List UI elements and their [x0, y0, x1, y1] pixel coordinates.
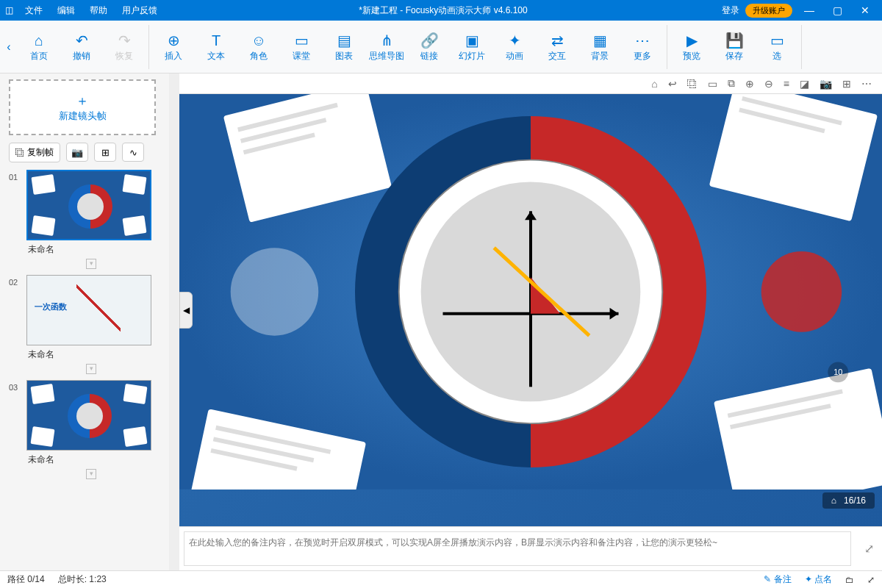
menu-feedback[interactable]: 用户反馈	[115, 4, 165, 17]
slide-number: 02	[9, 275, 22, 374]
toolbar: ‹ ⌂首页 ↶撤销 ↷恢复 ⊕插入 T文本 ☺角色 ▭课堂 ▤图表 ⋔思维导图 …	[0, 21, 882, 74]
chart-button[interactable]: ▤图表	[323, 25, 365, 69]
anim-button[interactable]: ✦动画	[493, 25, 536, 69]
canvas-zoomout-icon[interactable]: ⊖	[764, 78, 773, 90]
camera-button[interactable]: 📷	[66, 143, 88, 162]
slide-marker-icon: ▾	[86, 259, 96, 269]
bg-icon: ▦	[593, 31, 607, 50]
nav-count: 16/16	[844, 495, 866, 506]
menu-file[interactable]: 文件	[18, 4, 50, 17]
status-folder-icon[interactable]: 🗀	[845, 575, 854, 585]
status-expand-icon[interactable]: ⤢	[867, 575, 875, 585]
status-name-button[interactable]: ✦ 点名	[805, 573, 832, 586]
canvas-home-icon[interactable]: ⌂	[651, 78, 657, 90]
slide-number: 03	[9, 380, 22, 479]
app-logo-icon: ◫	[0, 5, 18, 15]
canvas-layer-icon[interactable]: ◪	[800, 78, 809, 90]
slide-thumbnail[interactable]: 一次函数	[26, 275, 151, 345]
preview-button[interactable]: ▶预览	[670, 25, 713, 69]
nav-home-icon[interactable]: ⌂	[831, 495, 836, 506]
canvas[interactable]: ◀	[179, 94, 882, 526]
text-button[interactable]: T文本	[195, 25, 237, 69]
redo-button[interactable]: ↷恢复	[103, 25, 146, 69]
save-button[interactable]: 💾保存	[713, 25, 756, 69]
menu-edit[interactable]: 编辑	[50, 4, 82, 17]
expand-icon: ⤢	[864, 542, 874, 556]
insert-button[interactable]: ⊕插入	[152, 25, 195, 69]
interact-button[interactable]: ⇄交互	[536, 25, 578, 69]
minimize-icon[interactable]: —	[798, 4, 820, 16]
copy-frame-button[interactable]: ⿻ 复制帧	[9, 143, 60, 162]
notes-input[interactable]	[184, 531, 851, 566]
play-icon: ▶	[686, 31, 698, 50]
canvas-back-icon[interactable]: ↩	[668, 78, 677, 90]
camera-icon: 📷	[71, 147, 83, 158]
slide-item[interactable]: 03 未命名 ▾	[9, 380, 156, 479]
undo-button[interactable]: ↶撤销	[60, 25, 103, 69]
canvas-paste-icon[interactable]: ▭	[708, 78, 717, 90]
canvas-grid-icon[interactable]: ⊞	[842, 78, 851, 90]
notes-expand-button[interactable]: ⤢	[856, 527, 882, 570]
status-bar: 路径 0/14 总时长: 1:23 ✎ 备注 ✦ 点名 🗀 ⤢	[0, 570, 882, 588]
background-button[interactable]: ▦背景	[578, 25, 621, 69]
slide-marker-icon: ▾	[86, 364, 96, 374]
collapse-sidebar-button[interactable]: ◀	[179, 292, 193, 329]
slide-item[interactable]: 02 一次函数 未命名 ▾	[9, 275, 156, 374]
close-icon[interactable]: ✕	[854, 4, 876, 16]
flow-icon: ∿	[129, 147, 137, 158]
link-button[interactable]: 🔗链接	[408, 25, 451, 69]
titlebar: ◫ 文件 编辑 帮助 用户反馈 *新建工程 - Focusky动画演示大师 v4…	[0, 0, 882, 21]
slide-icon: ▣	[465, 31, 479, 50]
menu-help[interactable]: 帮助	[82, 4, 115, 17]
slide-panel: ＋ 新建镜头帧 ⿻ 复制帧 📷 ⊞ ∿ 01	[0, 74, 169, 570]
more-button[interactable]: ⋯更多	[621, 25, 664, 69]
thumb-title: 一次函数	[35, 301, 67, 312]
slide-name: 未命名	[26, 348, 156, 361]
chart-icon: ▤	[337, 31, 351, 50]
role-button[interactable]: ☺角色	[237, 25, 280, 69]
slide-name: 未命名	[26, 243, 156, 256]
status-path: 路径 0/14	[7, 573, 45, 586]
canvas-toolbar: ⌂ ↩ ⿻ ▭ ⧉ ⊕ ⊖ ≡ ◪ 📷 ⊞ ⋯	[179, 74, 882, 94]
status-note-button[interactable]: ✎ 备注	[764, 573, 791, 586]
canvas-camera-icon[interactable]: 📷	[820, 78, 832, 90]
anim-icon: ✦	[509, 31, 521, 50]
slide-button[interactable]: ▣幻灯片	[451, 25, 493, 69]
board-icon: ▭	[295, 31, 309, 50]
login-link[interactable]: 登录	[722, 4, 739, 17]
slide-thumbnail[interactable]	[26, 170, 151, 240]
slide-item[interactable]: 01 未命名 ▾	[9, 170, 156, 269]
slide-thumbnail[interactable]	[26, 380, 151, 451]
qr-button[interactable]: ⊞	[94, 143, 116, 162]
flow-button[interactable]: ∿	[122, 143, 144, 162]
person-icon: ☺	[251, 31, 266, 50]
canvas-zoomin-icon[interactable]: ⊕	[745, 78, 754, 90]
svg-point-16	[761, 251, 842, 332]
toolbar-expand-left-icon[interactable]: ‹	[3, 40, 15, 54]
upgrade-button[interactable]: 升级账户	[745, 4, 792, 18]
select-button[interactable]: ▭选	[756, 25, 798, 69]
mindmap-icon: ⋔	[381, 31, 393, 50]
menu-bar: 文件 编辑 帮助 用户反馈	[18, 4, 165, 17]
canvas-more-icon[interactable]: ⋯	[861, 78, 872, 90]
slide-name: 未命名	[26, 453, 156, 466]
plus-icon: ＋	[76, 92, 89, 110]
canvas-align-icon[interactable]: ≡	[784, 78, 789, 90]
canvas-copy-icon[interactable]: ⿻	[687, 78, 698, 90]
slide-number: 01	[9, 170, 22, 269]
save-icon: 💾	[725, 31, 744, 50]
select-icon: ▭	[770, 31, 784, 50]
home-button[interactable]: ⌂首页	[18, 25, 60, 69]
mindmap-button[interactable]: ⋔思维导图	[365, 25, 408, 69]
svg-point-15	[231, 248, 318, 336]
canvas-content: 10	[179, 94, 882, 490]
maximize-icon[interactable]: ▢	[826, 4, 848, 16]
new-frame-button[interactable]: ＋ 新建镜头帧	[9, 79, 156, 135]
class-button[interactable]: ▭课堂	[280, 25, 323, 69]
new-frame-label: 新建镜头帧	[59, 110, 107, 123]
sidebar-scrollbar[interactable]	[169, 74, 179, 570]
canvas-nav-chip[interactable]: ⌂ 16/16	[822, 492, 875, 509]
qr-icon: ⊞	[101, 147, 110, 158]
interact-icon: ⇄	[551, 31, 564, 50]
canvas-dup-icon[interactable]: ⧉	[728, 77, 735, 90]
